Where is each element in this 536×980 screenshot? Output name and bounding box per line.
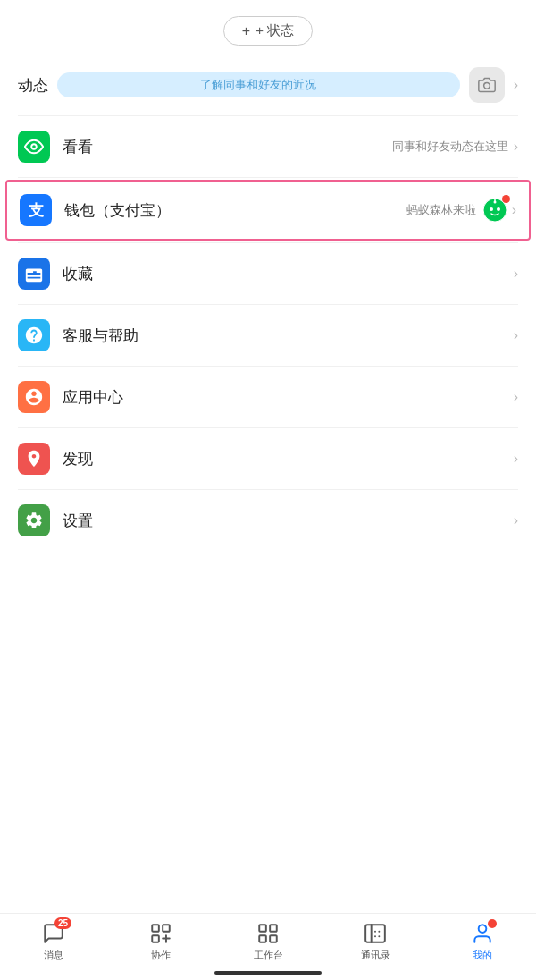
service-title: 客服与帮助 — [63, 325, 508, 346]
service-chevron-icon: › — [514, 327, 518, 343]
menu-item-appcenter[interactable]: 应用中心 › — [0, 367, 536, 427]
settings-icon — [18, 504, 50, 536]
settings-chevron-icon: › — [514, 512, 518, 528]
favorites-chevron-icon: › — [514, 266, 518, 282]
appcenter-title: 应用中心 — [63, 387, 508, 408]
wallet-title: 钱包（支付宝） — [64, 200, 406, 221]
top-bar: + + 状态 — [0, 0, 536, 55]
discover-title: 发现 — [63, 449, 508, 469]
dongtai-section[interactable]: 动态 了解同事和好友的近况 › — [0, 55, 536, 115]
messages-nav-label: 消息 — [44, 949, 63, 962]
nav-item-cooperation[interactable]: 协作 — [107, 921, 214, 962]
kankan-title: 看看 — [63, 137, 392, 157]
settings-title: 设置 — [63, 511, 508, 531]
messages-badge: 25 — [54, 917, 71, 929]
service-icon — [18, 319, 50, 351]
svg-rect-15 — [365, 925, 385, 942]
svg-rect-11 — [259, 925, 266, 932]
kankan-desc: 同事和好友动态在这里 — [392, 139, 508, 155]
mine-nav-label: 我的 — [473, 949, 492, 962]
wallet-chevron-icon: › — [512, 202, 516, 218]
nav-item-mine[interactable]: 我的 — [429, 921, 536, 962]
camera-button[interactable] — [469, 67, 505, 103]
bottom-nav: 25 消息 协作 工作台 — [0, 913, 536, 980]
svg-rect-12 — [270, 925, 277, 932]
menu-item-service[interactable]: 客服与帮助 › — [0, 305, 536, 366]
cooperation-nav-label: 协作 — [151, 949, 171, 962]
cooperation-nav-icon — [148, 921, 173, 946]
favorites-title: 收藏 — [63, 264, 508, 284]
svg-rect-14 — [270, 935, 277, 942]
svg-point-0 — [483, 83, 490, 89]
workbench-nav-label: 工作台 — [254, 949, 283, 962]
messages-nav-icon: 25 — [41, 921, 66, 946]
svg-point-5 — [497, 207, 500, 211]
discover-icon — [18, 443, 50, 475]
svg-text:支: 支 — [28, 202, 45, 218]
appcenter-icon — [18, 381, 50, 413]
discover-chevron-icon: › — [514, 451, 518, 467]
contacts-nav-icon — [363, 921, 388, 946]
home-indicator — [214, 971, 322, 975]
bottom-spacer — [0, 551, 536, 622]
menu-item-kankan[interactable]: 看看 同事和好友动态在这里 › — [0, 116, 536, 177]
menu-list: 看看 同事和好友动态在这里 › 支 钱包（支付宝） 蚂蚁森林来啦 — [0, 116, 536, 551]
svg-point-7 — [493, 201, 496, 204]
svg-rect-13 — [259, 935, 266, 942]
svg-point-1 — [31, 144, 37, 149]
nav-item-contacts[interactable]: 通讯录 — [322, 921, 429, 962]
svg-rect-8 — [152, 925, 159, 932]
menu-item-discover[interactable]: 发现 › — [0, 428, 536, 489]
status-button[interactable]: + + 状态 — [223, 16, 313, 46]
menu-item-wallet[interactable]: 支 钱包（支付宝） 蚂蚁森林来啦 › — [5, 180, 531, 241]
contacts-nav-label: 通讯录 — [361, 949, 390, 962]
wallet-icon: 支 — [20, 194, 52, 226]
svg-point-4 — [490, 207, 493, 211]
svg-rect-10 — [152, 935, 159, 942]
dongtai-label: 动态 — [18, 75, 48, 96]
nav-item-workbench[interactable]: 工作台 — [214, 921, 322, 962]
kankan-icon — [18, 131, 50, 163]
nav-item-messages[interactable]: 25 消息 — [0, 921, 107, 962]
mine-nav-icon — [470, 921, 495, 946]
menu-item-settings[interactable]: 设置 › — [0, 490, 536, 551]
ant-forest-icon — [482, 197, 508, 224]
kankan-chevron-icon: › — [514, 139, 518, 155]
plus-icon: + — [242, 23, 250, 39]
dongtai-chevron-icon: › — [514, 77, 518, 93]
status-label: + 状态 — [255, 22, 294, 39]
divider-2 — [18, 177, 518, 178]
appcenter-chevron-icon: › — [514, 389, 518, 405]
svg-rect-9 — [163, 925, 170, 932]
mine-dot-badge — [488, 919, 497, 928]
ant-dot-badge — [502, 195, 510, 203]
dongtai-desc: 了解同事和好友的近况 — [57, 72, 460, 97]
favorites-icon — [18, 258, 50, 290]
workbench-nav-icon — [255, 921, 281, 946]
menu-item-favorites[interactable]: 收藏 › — [0, 243, 536, 304]
svg-point-16 — [479, 925, 487, 933]
wallet-desc: 蚂蚁森林来啦 — [406, 202, 476, 218]
